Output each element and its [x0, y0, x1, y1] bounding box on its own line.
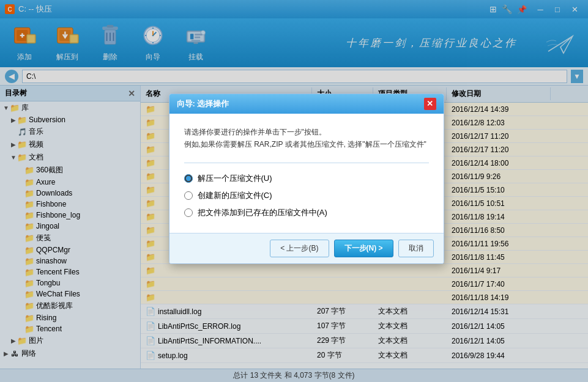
radio-add-input[interactable]: [184, 208, 193, 217]
radio-create-label: 创建新的压缩文件(C): [198, 190, 272, 201]
dialog-separator: [184, 163, 429, 163]
dialog-title-text: 向导: 选择操作: [177, 98, 229, 109]
wizard-dialog: 向导: 选择操作 ✕ 请选择你要进行的操作并单击下一步"按钮。 例如,如果你需要…: [169, 94, 444, 265]
dialog-close-button[interactable]: ✕: [424, 98, 436, 110]
cancel-button[interactable]: 取消: [398, 240, 434, 257]
dialog-footer: < 上一步(B) 下一步(N) > 取消: [169, 233, 444, 263]
dialog-body: 请选择你要进行的操作并单击下一步"按钮。 例如,如果你需要解压 RAR,ZIP …: [169, 114, 444, 233]
radio-extract[interactable]: 解压一个压缩文件(U): [184, 173, 429, 184]
next-button[interactable]: 下一步(N) >: [334, 240, 393, 257]
radio-extract-input[interactable]: [184, 174, 193, 183]
radio-create-input[interactable]: [184, 191, 193, 200]
radio-add[interactable]: 把文件添加到已存在的压缩文件中(A): [184, 207, 429, 218]
dialog-description: 请选择你要进行的操作并单击下一步"按钮。 例如,如果你需要解压 RAR,ZIP …: [184, 126, 429, 151]
dialog-title-bar: 向导: 选择操作 ✕: [169, 94, 444, 114]
radio-create[interactable]: 创建新的压缩文件(C): [184, 190, 429, 201]
dialog-overlay: 向导: 选择操作 ✕ 请选择你要进行的操作并单击下一步"按钮。 例如,如果你需要…: [0, 0, 588, 382]
prev-button[interactable]: < 上一步(B): [270, 240, 329, 257]
radio-group: 解压一个压缩文件(U) 创建新的压缩文件(C) 把文件添加到已存在的压缩文件中(…: [184, 171, 429, 221]
radio-extract-label: 解压一个压缩文件(U): [198, 173, 272, 184]
radio-add-label: 把文件添加到已存在的压缩文件中(A): [198, 207, 327, 218]
